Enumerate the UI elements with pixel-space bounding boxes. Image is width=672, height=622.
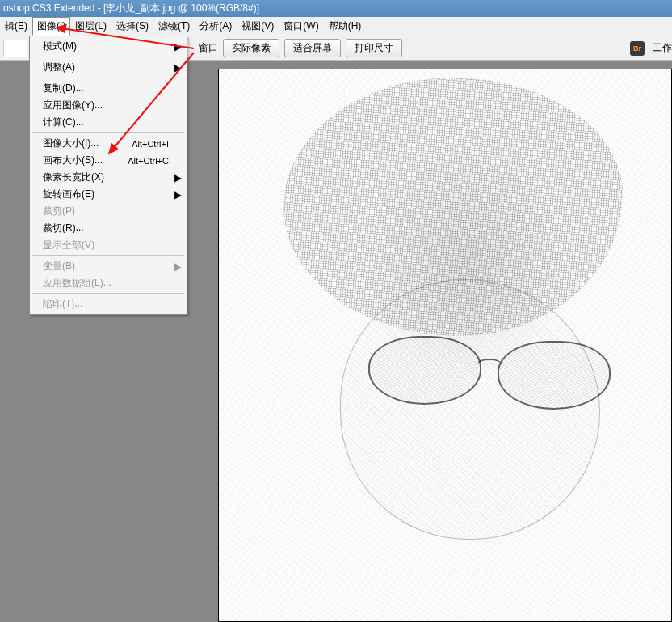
menu-item-apply-image[interactable]: 应用图像(Y)... [32,97,185,114]
actual-pixels-button[interactable]: 实际像素 [223,39,279,57]
menu-item-canvas-size[interactable]: 画布大小(S)... Alt+Ctrl+C [32,152,185,169]
menu-item-trim[interactable]: 裁切(R)... [32,220,185,237]
menu-view[interactable]: 视图(V) [237,17,279,36]
menu-item-rotate-canvas[interactable]: 旋转画布(E) ▶ [32,186,185,203]
menu-item-calculations[interactable]: 计算(C)... [32,114,185,131]
menu-item-label: 应用图像(Y)... [43,99,169,112]
menu-analysis[interactable]: 分析(A) [195,17,237,36]
menu-item-label: 复制(D)... [43,82,169,95]
sketch-glasses [368,336,611,409]
menu-item-label: 像素长宽比(X) [43,170,169,184]
image-menu-dropdown: 模式(M) ▶ 调整(A) ▶ 复制(D)... 应用图像(Y)... 计算(C… [29,36,187,315]
menu-item-trap: 陷印(T)... [32,296,185,313]
window-title: oshop CS3 Extended - [李小龙_副本.jpg @ 100%(… [3,2,259,15]
workspace-label[interactable]: 工作 [653,41,672,55]
bridge-icon[interactable]: Br [630,41,645,56]
menu-item-label: 图像大小(I)... [43,137,132,150]
menu-item-pixel-aspect[interactable]: 像素长宽比(X) ▶ [32,169,185,186]
menu-item-accel: Alt+Ctrl+C [128,156,169,166]
menu-item-label: 陷印(T)... [43,297,169,311]
menu-item-reveal-all: 显示全部(V) [32,237,185,254]
print-size-button[interactable]: 打印尺寸 [346,39,402,57]
menu-item-label: 调整(A) [43,61,169,74]
window-titlebar: oshop CS3 Extended - [李小龙_副本.jpg @ 100%(… [0,0,672,17]
menu-help[interactable]: 帮助(H) [324,17,367,36]
menu-item-label: 画布大小(S)... [43,153,128,167]
menu-item-label: 计算(C)... [43,116,169,129]
submenu-arrow-icon: ▶ [174,261,182,272]
submenu-arrow-icon: ▶ [174,62,182,74]
menu-item-label: 变量(B) [43,259,169,273]
menu-item-label: 裁切(R)... [43,221,169,235]
submenu-arrow-icon: ▶ [174,172,182,183]
menu-item-image-size[interactable]: 图像大小(I)... Alt+Ctrl+I [32,135,185,152]
menu-item-crop: 裁剪(P) [32,203,185,220]
menu-image[interactable]: 图像(I) [32,17,70,36]
tool-preset-icon[interactable] [3,40,27,57]
menu-item-label: 模式(M) [43,40,169,53]
menu-window[interactable]: 窗口(W) [279,17,323,36]
toolbar-window-label: 窗口 [199,41,218,55]
menu-item-label: 旋转画布(E) [43,187,169,201]
image-content [219,69,671,621]
menu-item-variables: 变量(B) ▶ [32,258,185,275]
menu-layer[interactable]: 图层(L) [70,17,111,36]
menu-edit[interactable]: 辑(E) [0,17,32,36]
menu-select[interactable]: 选择(S) [111,17,153,36]
menubar: 辑(E) 图像(I) 图层(L) 选择(S) 滤镜(T) 分析(A) 视图(V)… [0,17,672,36]
document-canvas[interactable] [218,69,672,622]
menu-item-label: 显示全部(V) [43,238,169,252]
menu-item-duplicate[interactable]: 复制(D)... [32,80,185,97]
menu-item-mode[interactable]: 模式(M) ▶ [32,38,185,55]
menu-item-label: 应用数据组(L)... [43,276,169,290]
menu-item-apply-dataset: 应用数据组(L)... [32,275,185,292]
submenu-arrow-icon: ▶ [174,41,182,53]
submenu-arrow-icon: ▶ [174,189,182,200]
menu-item-label: 裁剪(P) [43,204,169,218]
menu-item-adjustments[interactable]: 调整(A) ▶ [32,59,185,76]
menu-filter[interactable]: 滤镜(T) [153,17,195,36]
menu-item-accel: Alt+Ctrl+I [132,139,169,149]
fit-screen-button[interactable]: 适合屏幕 [284,39,341,57]
